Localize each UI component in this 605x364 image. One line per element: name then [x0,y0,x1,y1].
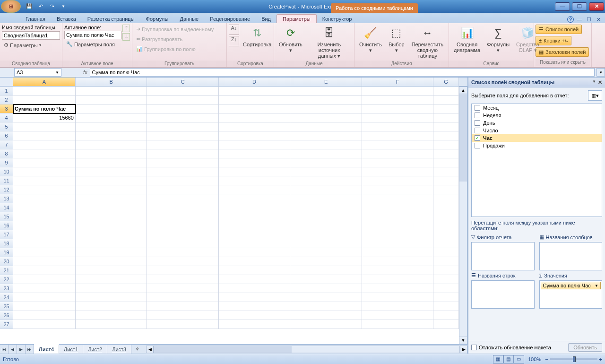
cell-A15[interactable] [13,212,76,221]
cell-F14[interactable] [362,203,433,212]
collapse-field-icon[interactable]: ⇓ [122,33,130,41]
row-header-15[interactable]: 15 [0,212,13,221]
cell-G18[interactable] [433,239,459,248]
cell-A6[interactable] [13,131,76,140]
sort-button[interactable]: ⇅ Сортировка [240,25,274,48]
row-header-2[interactable]: 2 [0,95,13,104]
cell-B22[interactable] [76,275,147,284]
save-icon[interactable]: 💾 [25,2,34,11]
cell-B5[interactable] [76,122,147,131]
update-button[interactable]: Обновить [568,343,602,352]
cell-E10[interactable] [290,167,362,176]
cell-C16[interactable] [147,221,218,230]
field-item-4[interactable]: ✓Час [472,134,602,142]
cell-D9[interactable] [219,158,290,167]
cell-C9[interactable] [147,158,218,167]
row-header-5[interactable]: 5 [0,122,13,131]
cell-D14[interactable] [219,203,290,212]
col-header-C[interactable]: C [147,78,218,87]
close-workbook-icon[interactable]: ✕ [595,16,602,23]
cell-G17[interactable] [433,230,459,239]
cell-G16[interactable] [433,221,459,230]
refresh-button[interactable]: ⟳Обновить▾ [276,25,305,54]
cell-B19[interactable] [76,248,147,257]
cell-G25[interactable] [433,302,459,311]
cell-D27[interactable] [219,320,290,329]
cell-C14[interactable] [147,203,218,212]
cell-C20[interactable] [147,257,218,266]
headers-toggle[interactable]: ▦Заголовки полей [536,47,589,57]
cell-E16[interactable] [290,221,362,230]
row-header-26[interactable]: 26 [0,311,13,320]
cell-B9[interactable] [76,158,147,167]
row-header-13[interactable]: 13 [0,194,13,203]
cell-G20[interactable] [433,257,459,266]
cell-F26[interactable] [362,311,433,320]
cell-B12[interactable] [76,185,147,194]
cell-A3[interactable]: Сумма по полю Час [13,104,76,113]
close-button[interactable]: ✕ [589,2,604,11]
cell-E18[interactable] [290,239,362,248]
cell-E9[interactable] [290,158,362,167]
sheet-tab-Лист3[interactable]: Лист3 [107,345,131,354]
cell-E25[interactable] [290,302,362,311]
cell-E12[interactable] [290,185,362,194]
cell-G26[interactable] [433,311,459,320]
cell-C23[interactable] [147,284,218,293]
cell-F4[interactable] [362,113,433,122]
cell-B27[interactable] [76,320,147,329]
minimize-ribbon-icon[interactable]: — [576,16,583,23]
cell-C17[interactable] [147,230,218,239]
cell-D3[interactable] [219,104,290,113]
cell-E17[interactable] [290,230,362,239]
cell-F21[interactable] [362,266,433,275]
horizontal-scrollbar[interactable]: ◀ ▶ [146,345,467,354]
cell-B11[interactable] [76,176,147,185]
row-header-9[interactable]: 9 [0,158,13,167]
cell-B14[interactable] [76,203,147,212]
cell-A17[interactable] [13,230,76,239]
cell-F10[interactable] [362,167,433,176]
cell-E20[interactable] [290,257,362,266]
minimize-button[interactable]: — [555,2,570,11]
field-item-0[interactable]: Месяц [472,104,602,112]
cell-F12[interactable] [362,185,433,194]
hscroll-thumb[interactable] [154,346,292,353]
cell-G5[interactable] [433,122,459,131]
cell-D26[interactable] [219,311,290,320]
defer-update-checkbox[interactable]: Отложить обновление макета [471,345,551,350]
namebox-dropdown-icon[interactable]: ▼ [55,70,59,75]
cell-G7[interactable] [433,140,459,149]
cell-B13[interactable] [76,194,147,203]
cell-D6[interactable] [219,131,290,140]
columns-dropzone[interactable] [539,242,603,270]
zoom-slider[interactable]: − + [545,356,602,362]
cell-F17[interactable] [362,230,433,239]
cell-G2[interactable] [433,95,459,104]
cell-G19[interactable] [433,248,459,257]
cell-G22[interactable] [433,275,459,284]
tab-options[interactable]: Параметры [277,14,317,23]
cell-E4[interactable] [290,113,362,122]
formulas-button[interactable]: ∑Формулы▾ [484,25,512,54]
tab-data[interactable]: Данные [174,15,204,23]
cell-B17[interactable] [76,230,147,239]
cell-A9[interactable] [13,158,76,167]
row-header-21[interactable]: 21 [0,266,13,275]
row-header-8[interactable]: 8 [0,149,13,158]
cell-C1[interactable] [147,87,218,95]
field-item-1[interactable]: Неделя [472,112,602,119]
col-header-A[interactable]: A [13,78,76,87]
values-dropzone[interactable]: Сумма по полю Час▼ [539,280,603,309]
cell-B20[interactable] [76,257,147,266]
cell-F16[interactable] [362,221,433,230]
row-header-25[interactable]: 25 [0,302,13,311]
field-settings-button[interactable]: 🔧Параметры поля [64,40,121,49]
cell-C11[interactable] [147,176,218,185]
cell-E6[interactable] [290,131,362,140]
cell-B3[interactable] [76,104,147,113]
cell-F25[interactable] [362,302,433,311]
row-header-19[interactable]: 19 [0,248,13,257]
first-sheet-icon[interactable]: ⏮ [0,345,9,354]
cell-A21[interactable] [13,266,76,275]
